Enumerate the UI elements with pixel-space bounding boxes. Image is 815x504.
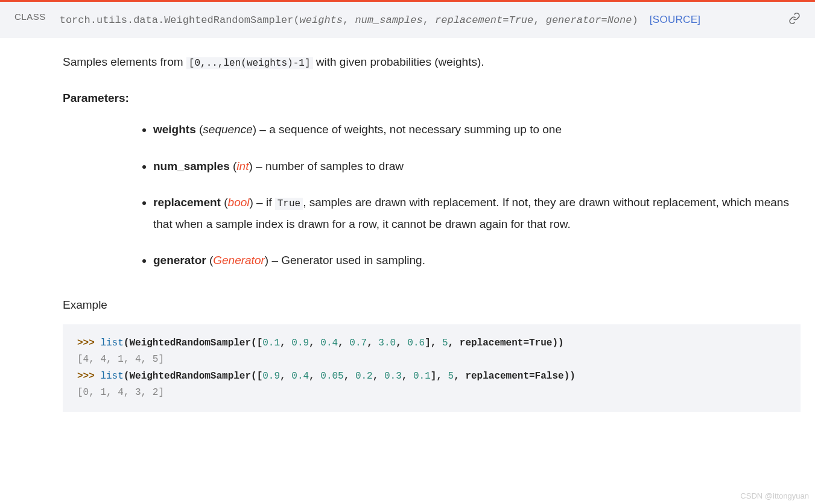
- example-heading: Example: [63, 295, 801, 315]
- param-name: replacement: [153, 196, 221, 209]
- example-output: [0, 1, 4, 3, 2]: [77, 387, 164, 398]
- class-name: WeightedRandomSampler: [129, 371, 251, 382]
- watermark: CSDN @ittongyuan: [740, 491, 809, 500]
- prompt: >>>: [77, 338, 100, 348]
- param-generator: generator (Generator) – Generator used i…: [153, 250, 801, 271]
- param-type: sequence: [203, 123, 252, 136]
- param-weights: weights (sequence) – a sequence of weigh…: [153, 119, 801, 140]
- class-keyword-label: CLASS: [14, 11, 46, 22]
- param-desc: a sequence of weights, not necessary sum…: [269, 123, 562, 136]
- description: Samples elements from [0,..,len(weights)…: [63, 52, 801, 72]
- class-name: WeightedRandomSampler: [129, 338, 251, 348]
- description-text-post: with given probabilities (weights).: [313, 55, 484, 68]
- class-signature-header: CLASS torch.utils.data.WeightedRandomSam…: [0, 0, 815, 38]
- param-desc-code: True: [275, 198, 303, 210]
- description-inline-code: [0,..,len(weights)-1]: [186, 57, 313, 69]
- param-type-link[interactable]: Generator: [213, 254, 265, 266]
- builtin-list: list: [100, 371, 123, 382]
- param-name: num_samples: [153, 160, 230, 172]
- param-replacement: replacement (bool) – if True, samples ar…: [153, 192, 801, 235]
- permalink-icon[interactable]: [788, 12, 801, 27]
- qualified-name: torch.utils.data.WeightedRandomSampler: [60, 14, 294, 26]
- example-output: [4, 4, 1, 4, 5]: [77, 354, 164, 365]
- sig-param-num-samples: num_samples: [355, 14, 422, 26]
- builtin-list: list: [100, 338, 123, 348]
- prompt: >>>: [77, 371, 100, 382]
- description-text-pre: Samples elements from: [63, 55, 186, 68]
- param-desc: Generator used in sampling.: [281, 254, 425, 266]
- param-desc: number of samples to draw: [265, 160, 404, 172]
- sig-param-generator: generator=None: [546, 14, 632, 26]
- param-type-link[interactable]: int: [236, 160, 249, 172]
- param-name: weights: [153, 123, 196, 136]
- parameters-heading: Parameters:: [63, 89, 801, 108]
- paren-close: ): [632, 14, 638, 26]
- sig-param-replacement: replacement=True: [435, 14, 533, 26]
- param-desc-post: , samples are drawn with replacement. If…: [153, 196, 789, 230]
- signature: torch.utils.data.WeightedRandomSampler(w…: [60, 10, 701, 30]
- param-name: generator: [153, 254, 206, 266]
- class-body: Samples elements from [0,..,len(weights)…: [0, 38, 815, 426]
- source-link[interactable]: [SOURCE]: [650, 14, 701, 25]
- param-type-link[interactable]: bool: [228, 196, 250, 209]
- example-code-block: >>> list(WeightedRandomSampler([0.1, 0.9…: [63, 324, 801, 412]
- parameters-list: weights (sequence) – a sequence of weigh…: [63, 119, 801, 271]
- param-num-samples: num_samples (int) – number of samples to…: [153, 156, 801, 177]
- sig-param-weights: weights: [300, 14, 343, 26]
- paren-open: (: [293, 14, 299, 26]
- param-desc-pre: if: [266, 196, 275, 209]
